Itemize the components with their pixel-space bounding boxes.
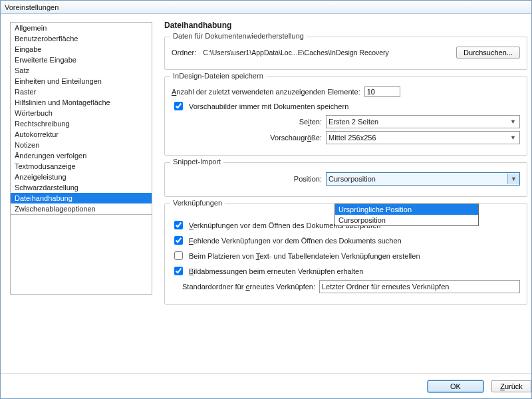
category-item[interactable]: Einheiten und Einteilungen bbox=[11, 76, 152, 86]
category-item[interactable]: Wörterbuch bbox=[11, 108, 152, 118]
category-item[interactable]: Änderungen verfolgen bbox=[11, 150, 152, 161]
recovery-group: Daten für Dokumentenwiederherstellung Or… bbox=[164, 37, 527, 70]
recovery-folder-label: Ordner: bbox=[172, 49, 196, 57]
reset-button[interactable]: Zurück bbox=[491, 380, 531, 392]
snippet-legend: Snippet-Import bbox=[170, 158, 223, 166]
preferences-window: Voreinstellungen AllgemeinBenutzeroberfl… bbox=[0, 0, 532, 399]
category-item[interactable]: Allgemein bbox=[11, 23, 152, 33]
category-item[interactable]: Anzeigeleistung bbox=[11, 172, 152, 182]
create-links-checkbox[interactable] bbox=[174, 251, 183, 260]
window-titlebar[interactable]: Voreinstellungen bbox=[1, 1, 531, 14]
check-links-checkbox[interactable] bbox=[174, 221, 183, 229]
preview-checkbox-label: Vorschaubilder immer mit Dokumenten spei… bbox=[189, 102, 348, 110]
preview-checkbox[interactable] bbox=[174, 102, 183, 110]
category-item[interactable]: Textmodusanzeige bbox=[11, 161, 152, 172]
preview-size-combo[interactable]: Mittel 256x256▼ bbox=[326, 131, 520, 144]
relink-folder-label: Standardordner für erneutes Verknüpfen: bbox=[182, 283, 315, 291]
pages-combo[interactable]: Ersten 2 Seiten▼ bbox=[326, 115, 520, 128]
category-item[interactable]: Schwarzdarstellung bbox=[11, 182, 152, 193]
snippet-position-dropdown[interactable]: Ursprüngliche PositionCursorposition bbox=[334, 203, 479, 226]
relink-folder-combo[interactable]: Letzter Ordner für erneutes Verknüpfen bbox=[319, 280, 520, 293]
browse-button[interactable]: Durchsuchen... bbox=[456, 47, 520, 59]
panel-main: Dateihandhabung Daten für Dokumentenwied… bbox=[158, 14, 531, 386]
pages-label: Seiten: bbox=[172, 118, 322, 126]
create-links-label: Beim Platzieren von Text- und Tabellenda… bbox=[189, 252, 420, 260]
category-item[interactable]: Hilfslinien und Montagefläche bbox=[11, 97, 152, 108]
chevron-down-icon: ▼ bbox=[509, 118, 517, 125]
dropdown-option[interactable]: Ursprüngliche Position bbox=[335, 204, 478, 215]
panel-title: Dateihandhabung bbox=[164, 21, 527, 30]
dropdown-option[interactable]: Cursorposition bbox=[335, 215, 478, 225]
recent-files-label: Anzahl der zuletzt verwendeten anzuzeige… bbox=[172, 88, 360, 96]
recent-files-input[interactable] bbox=[364, 86, 400, 97]
category-item[interactable]: Raster bbox=[11, 86, 152, 97]
preserve-dims-label: Bildabmessungen beim erneuten Verknüpfen… bbox=[189, 267, 363, 275]
category-item[interactable]: Eingabe bbox=[11, 44, 152, 55]
category-item[interactable]: Rechtschreibung bbox=[11, 118, 152, 129]
snippet-position-combo[interactable]: Cursorposition▼ bbox=[326, 172, 520, 186]
category-list[interactable]: AllgemeinBenutzeroberflächeEingabeErweit… bbox=[10, 22, 152, 215]
dialog-footer: OK Zurück bbox=[1, 373, 531, 398]
category-item[interactable]: Zwischenablageoptionen bbox=[11, 203, 152, 214]
ok-button[interactable]: OK bbox=[428, 380, 483, 392]
category-sidebar: AllgemeinBenutzeroberflächeEingabeErweit… bbox=[1, 14, 158, 386]
chevron-down-icon: ▼ bbox=[507, 174, 519, 184]
find-missing-label: Fehlende Verknüpfungen vor dem Öffnen de… bbox=[189, 237, 402, 245]
category-item[interactable]: Satz bbox=[11, 65, 152, 76]
category-item[interactable]: Notizen bbox=[11, 140, 152, 150]
preview-size-label: Vorschaugröße: bbox=[172, 134, 322, 142]
snippet-position-label: Position: bbox=[172, 175, 322, 183]
category-item[interactable]: Autokorrektur bbox=[11, 129, 152, 140]
category-item[interactable]: Erweiterte Eingabe bbox=[11, 55, 152, 65]
chevron-down-icon: ▼ bbox=[509, 134, 517, 141]
find-missing-checkbox[interactable] bbox=[174, 236, 183, 245]
recovery-legend: Daten für Dokumentenwiederherstellung bbox=[170, 32, 307, 40]
saving-group: InDesign-Dateien speichern Anzahl der zu… bbox=[164, 76, 527, 156]
saving-legend: InDesign-Dateien speichern bbox=[170, 72, 266, 80]
category-item[interactable]: Dateihandhabung bbox=[11, 193, 152, 203]
links-legend: Verknüpfungen bbox=[170, 199, 225, 207]
snippet-group: Snippet-Import Position: Cursorposition▼ bbox=[164, 162, 527, 197]
window-title: Voreinstellungen bbox=[5, 3, 59, 11]
content-area: AllgemeinBenutzeroberflächeEingabeErweit… bbox=[1, 14, 531, 386]
sidebar-extra-box bbox=[10, 215, 152, 295]
category-item[interactable]: Benutzeroberfläche bbox=[11, 33, 152, 44]
preserve-dims-checkbox[interactable] bbox=[174, 267, 183, 275]
recovery-folder-path: C:\Users\user1\AppData\Loc...E\Caches\In… bbox=[200, 47, 452, 58]
